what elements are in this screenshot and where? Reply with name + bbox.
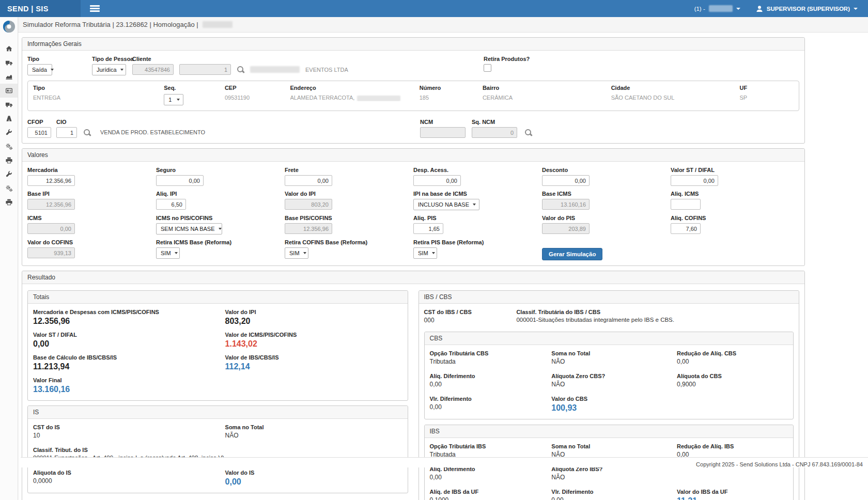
- retira-icms-label: Retira ICMS Base (Reforma): [156, 239, 285, 245]
- is-aliquota: Aliquota do IS0,0000: [33, 470, 225, 487]
- menu-toggle-button[interactable]: [88, 3, 102, 14]
- field-valor-pis: Valor do PIS: [542, 215, 671, 235]
- footer: Copyright 2025 - Send Solutions Ltda - C…: [21, 457, 868, 467]
- ncm-search-icon[interactable]: [524, 129, 532, 136]
- field-gerar-simulacao: Gerar Simulação: [542, 239, 671, 260]
- result-base-calculo: Base de Cálculo de IBS/CBS/IS11.213,94: [33, 354, 225, 371]
- icms-input: [27, 223, 75, 234]
- field-desconto: Desconto: [542, 167, 671, 186]
- mercadoria-input[interactable]: [27, 175, 75, 186]
- wrench-icon: [5, 129, 13, 136]
- field-sq-ncm: Sq. NCM: [472, 119, 517, 138]
- sidebar-item-print[interactable]: [0, 153, 18, 167]
- tipo-pessoa-label: Tipo de Pessoa: [92, 56, 132, 62]
- endereco-value: ALAMEDA TERRACOTA,: [290, 95, 355, 101]
- copyright-text: Copyright 2025 - Send Solutions Ltda - C…: [696, 461, 863, 467]
- field-bairro: Bairro CERÂMICA: [483, 85, 611, 105]
- cliente-search-icon[interactable]: [237, 66, 244, 73]
- field-aliq-pis: Aliq. PIS: [413, 215, 542, 235]
- sidebar-item-home[interactable]: [0, 42, 18, 56]
- main-area: Simulador Reforma Tributária | 23.126862…: [18, 17, 868, 500]
- sidebar-item-settings[interactable]: [0, 139, 18, 153]
- select-value: Saída: [32, 67, 47, 73]
- cbs-opcao-tributaria: Opção Tributária CBSTributada: [430, 350, 552, 367]
- user-menu[interactable]: SUPERVISOR (SUPERVISOR): [756, 5, 858, 12]
- tipo-label: Tipo: [27, 56, 92, 62]
- result-mercadoria-despesas: Mercadoria e Despesas com ICMS/PIS/COFIN…: [33, 309, 225, 326]
- cfop-input[interactable]: [27, 127, 51, 138]
- aliq-pis-input[interactable]: [413, 223, 443, 234]
- frete-input[interactable]: [285, 175, 332, 186]
- sidebar-item-tools[interactable]: [0, 126, 18, 139]
- aliq-icms-input[interactable]: [671, 199, 701, 210]
- tipo-select[interactable]: Saída: [27, 64, 52, 75]
- frete-label: Frete: [285, 167, 413, 173]
- chart-icon: [5, 73, 13, 81]
- select-value: 1: [168, 97, 172, 103]
- sidebar-item-system-settings[interactable]: [0, 181, 18, 195]
- field-numero: Número 185: [420, 85, 483, 105]
- field-endereco-seq: Seq. 1: [164, 85, 225, 105]
- valor-pis-label: Valor do PIS: [542, 215, 671, 221]
- base-pis-cofins-label: Base PIS/COFINS: [285, 215, 413, 221]
- sidebar-item-report-print[interactable]: [0, 195, 18, 209]
- cfop-descricao: VENDA DE PROD. ESTABELECIMENTO: [100, 129, 205, 135]
- desconto-input[interactable]: [542, 175, 590, 186]
- sidebar-item-road[interactable]: [0, 112, 18, 126]
- seguro-input[interactable]: [156, 175, 204, 186]
- ibs-vlr-diferimento-uf: Vlr. Diferimento0,00: [551, 489, 677, 500]
- field-ipi-base-icms: IPI na base de ICMSINCLUSO NA BASE: [413, 191, 542, 210]
- valor-ipi-input: [285, 199, 332, 210]
- sidebar-item-delivery[interactable]: [0, 98, 18, 112]
- cbs-vlr-diferimento: Vlr. Diferimento0,00: [430, 396, 552, 413]
- valor-st-input[interactable]: [671, 175, 718, 186]
- cio-input[interactable]: [56, 127, 77, 138]
- panel-header: Totais: [28, 291, 408, 304]
- panel-header: Resultado: [22, 271, 804, 284]
- panel-informacoes-gerais: Informações Gerais Tipo Saída Tipo de Pe…: [22, 37, 805, 144]
- numero-value: 185: [420, 95, 483, 101]
- ipi-base-icms-select[interactable]: INCLUSO NA BASE: [413, 199, 479, 210]
- field-frete: Frete: [285, 167, 413, 186]
- uf-value: SP: [739, 95, 794, 101]
- ibs-valor-uf: Valor do IBS da UF11,21: [677, 489, 788, 500]
- panel-header: IBS / CBS: [419, 291, 799, 304]
- aliq-ipi-input[interactable]: [156, 199, 186, 210]
- sidebar-item-maintenance[interactable]: [0, 167, 18, 181]
- field-retira-pis: Retira PIS Base (Reforma)SIM: [413, 239, 542, 260]
- gerar-simulacao-button[interactable]: Gerar Simulação: [542, 248, 602, 260]
- valor-cofins-label: Valor do COFINS: [27, 239, 156, 245]
- field-icms-pis-cofins: ICMS no PIS/COFINSSEM ICMS NA BASE: [156, 215, 285, 235]
- tipo-pessoa-select[interactable]: Jurídica: [92, 64, 126, 75]
- sidebar-item-truck[interactable]: [0, 56, 18, 70]
- company-prefix: (1) -: [694, 6, 705, 12]
- cfop-search-icon[interactable]: [83, 129, 91, 136]
- cbs-reducao-aliq: Redução de Alíq. CBS0,00: [677, 350, 788, 367]
- ncm-group: NCM Sq. NCM: [420, 119, 532, 138]
- retira-pis-select[interactable]: SIM: [413, 247, 437, 259]
- settings-gears-icon: [5, 143, 13, 150]
- field-valor-cofins: Valor do COFINS: [27, 239, 156, 260]
- sq-ncm-input[interactable]: [472, 127, 517, 138]
- endereco-seq-select[interactable]: 1: [164, 94, 183, 105]
- aliq-cofins-input[interactable]: [671, 223, 701, 234]
- sidebar-item-chart[interactable]: [0, 70, 18, 84]
- select-value: SIM: [289, 250, 300, 256]
- company-selector[interactable]: (1) -: [694, 5, 740, 12]
- ncm-label: NCM: [420, 119, 466, 125]
- field-retira-cofins: Retira COFINS Base (Reforma)SIM: [285, 239, 413, 260]
- field-base-ipi: Base IPI: [27, 191, 156, 210]
- field-uf: UF SP: [739, 85, 794, 105]
- retira-produtos-checkbox[interactable]: [484, 64, 491, 72]
- field-icms: ICMS: [27, 215, 156, 235]
- sidebar-item-simulator[interactable]: [0, 84, 18, 98]
- desp-acess-input[interactable]: [413, 175, 461, 186]
- icms-pis-cofins-select[interactable]: SEM ICMS NA BASE: [156, 223, 222, 235]
- retira-cofins-select[interactable]: SIM: [285, 247, 308, 259]
- retira-icms-select[interactable]: SIM: [156, 247, 180, 259]
- mercadoria-label: Mercadoria: [27, 167, 156, 173]
- cep-label: CEP: [225, 85, 290, 91]
- bairro-value: CERÂMICA: [483, 95, 611, 101]
- hamburger-icon: [90, 5, 100, 12]
- ncm-input[interactable]: [420, 127, 466, 138]
